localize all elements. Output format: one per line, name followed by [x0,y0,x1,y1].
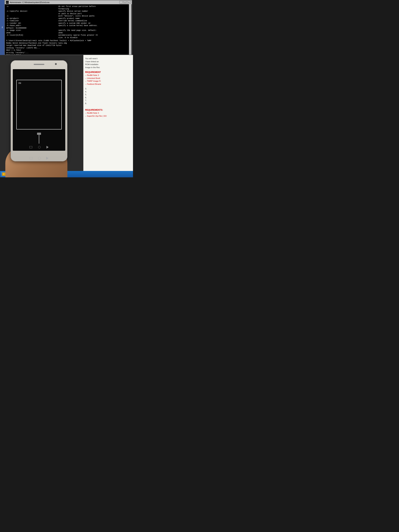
cmd-titlebar-left: C:\ Administrator: C:\Windows\system32\c… [6,1,50,4]
mi-logo-label: mi [17,80,61,86]
usb-icon-area [37,133,41,144]
cmd-line: -n <page size> [6,29,58,32]
cmd-line: -u [6,5,58,8]
webpage-req2-item-2: -- SuperSU Zip-File ( DO [85,114,131,118]
cmd-line: specify device serial number [58,10,130,13]
phone-home-btn [38,157,41,160]
webpage-req-heading-2: REQUIREMENTS: [85,108,131,112]
cmd-title: Administrator: C:\Windows\system32\cmd.e… [10,1,50,3]
cmd-line: or path to device port [58,13,130,15]
cmd-line: sending 'recovery' (16376 KB)... [6,47,130,49]
cmd-line [6,13,58,15]
cmd-line [6,8,58,10]
cmd-line: do not first erase partition before [58,5,130,8]
usb-head [37,133,41,135]
webpage-req-heading-1: REQUIREMENT [85,70,131,74]
phone-screen-content: mi [13,69,65,151]
webpage-req-section-2: REQUIREMENTS: -- RedMi Note 3 -- SuperSU… [85,108,131,117]
cmd-line: OKAY [ 0.299s] [6,54,130,55]
webpage-req-item-4: -- Fastboot Binarie [85,83,131,86]
cmd-line: -i <vendor id> [6,22,58,25]
phone-menu-btn [30,157,33,159]
webpage-intro-1: You will need t [85,57,131,60]
webpage-text: You will need t I have linked an ROM ins… [85,57,131,117]
webpage-req-item-1: -- RedMi Note 3 [85,74,131,77]
phone-camera [55,63,57,65]
cmd-icon: C:\ [6,1,9,4]
phone-device: mi [11,60,67,161]
cmd-line: OKAY [ 0.733s] [6,49,130,52]
webpage-step-7: 7. [85,99,131,102]
cmd-titlebar: C:\ Administrator: C:\Windows\system32\c… [5,0,132,4]
webpage-step-5: 5. [85,93,131,96]
cmd-line: target reported max download size of 134… [6,44,130,47]
cmd-titlebar-buttons[interactable]: _ □ ✕ [119,1,131,4]
cmd-line: specify a custom kernel base address. [58,25,130,27]
cmd-content: -u -s <specific device> -l -p <product> … [5,4,132,55]
cmd-line: writing 'recovery'... [6,52,130,54]
webpage-req-item-3: -- TWRP Image Fi [85,80,131,83]
cmd-line: override kernel commandline [58,20,130,22]
cmd-line: Redmi Note3 Hennessy>fastboot.exe flash … [6,42,130,44]
cmd-window: C:\ Administrator: C:\Windows\system32\c… [4,0,132,55]
menu-button [29,146,32,148]
phone-speaker [34,64,44,65]
phone-nav-buttons [27,146,51,149]
cmd-line: specify product name [58,17,130,20]
webpage-step-6: 6. [85,96,131,99]
cmd-line [58,27,130,29]
cmd-line: -p <product> [6,17,58,20]
taskbar-item-1-icon: X [2,172,5,176]
cmd-line: formatting [58,8,130,10]
webpage-step-4: 4. [85,90,131,93]
facebook-sidebar: f [0,0,4,55]
maximize-button[interactable]: □ [123,1,127,4]
cmd-right-column: do not first erase partition before form… [58,5,130,37]
webpage-numbered-section: 3. 4. 5. 6. 7. 8. [85,87,131,105]
cmd-options-section: -u -s <specific device> -l -p <product> … [6,5,130,37]
cmd-line: -c <cmdline> [6,20,58,22]
close-button[interactable]: ✕ [127,1,131,4]
cmd-line: 2048 [58,32,130,34]
webpage-req-item-2: -- Unlocked Bootl [85,77,131,80]
webpage-step-8: 8. [85,102,131,105]
cmd-scrollbar[interactable] [129,4,131,55]
webpage-req2-item-1: -- RedMi Note 3 [85,112,131,114]
cmd-left-column: -u -s <specific device> -l -p <product> … [6,5,58,37]
back-button [46,146,49,149]
phone-bottom-nav [30,157,49,160]
cmd-line: specify the nand page size. default: [58,29,130,32]
cmd-line: -l [6,15,58,17]
webpage-intro-4: Image in the Rec [85,66,131,69]
phone-back-btn [46,157,49,160]
cmd-line: -S <size>[K|M|G] [6,34,58,37]
webpage-intro-3: ROM installatio [85,63,131,66]
cmd-line: 2048 [6,32,58,34]
cmd-command-block: C:\Users\Steven\Desktop\remit note 3\ADB… [6,39,130,55]
usb-stem [39,135,39,144]
cmd-line: C:\Users\Steven\Desktop\remit note 3\ADB… [6,39,130,42]
cmd-line: specify a custom USB vendor id [58,22,130,25]
cmd-line: with "devices", lists device paths [58,15,130,17]
cmd-line: automatically sparse files greater th [58,34,130,37]
phone-area: mi [2,58,87,177]
mi-fastboot-box: mi [16,80,62,129]
webpage-panel: You will need t I have linked an ROM ins… [83,55,133,177]
cmd-line: -s <specific device> [6,10,58,13]
cmd-line: default: 0x10000000 [6,27,58,29]
webpage-step-3: 3. [85,87,131,90]
facebook-icon: f [2,26,3,29]
minimize-button[interactable]: _ [119,1,123,4]
home-button [38,146,41,148]
cmd-size-line: size. 0 to disable [6,37,130,39]
cmd-line: -b <base_addr> [6,25,58,27]
webpage-intro-2: I have linked an [85,60,131,63]
phone-screen: mi [13,69,65,151]
